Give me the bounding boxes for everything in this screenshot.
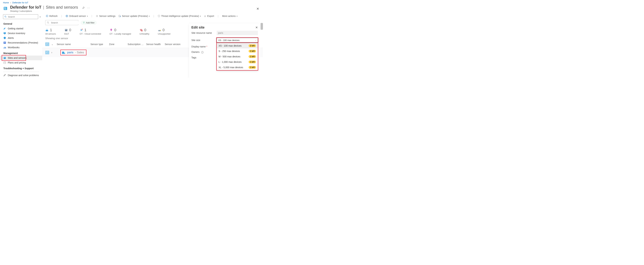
svg-point-27 — [47, 22, 48, 23]
label-resource-name: Site resource name — [192, 32, 217, 34]
chevron-right-icon[interactable]: › — [51, 51, 55, 54]
search-icon — [47, 22, 49, 24]
toolbar: Refresh | Onboard sensor ▾ | Sensor sett… — [42, 13, 263, 19]
svg-point-37 — [64, 53, 65, 54]
svg-rect-12 — [4, 48, 4, 48]
breadcrumb-current[interactable]: Defender for IoT — [12, 1, 28, 4]
main-search[interactable] — [45, 20, 78, 25]
collapse-sidebar-icon[interactable]: « — [40, 15, 41, 18]
sidebar-item-label: Recommendations (Preview) — [8, 41, 38, 44]
size-option-m[interactable]: M - 500 max devices 1 left — [217, 54, 258, 59]
more-actions-button[interactable]: More actions ▾ — [222, 14, 238, 18]
breadcrumb-home[interactable]: Home — [3, 1, 9, 4]
download-icon — [204, 15, 206, 17]
column-version[interactable]: Sensor version — [165, 43, 183, 46]
refresh-button[interactable]: Refresh — [45, 14, 58, 18]
sidebar-item-getting-started[interactable]: Getting started — [0, 26, 42, 31]
select-all-checkbox[interactable] — [45, 42, 49, 46]
ti-update-button[interactable]: Threat intelligence update (Preview) ▾ — [157, 14, 202, 18]
option-badge: 1 left — [248, 60, 256, 63]
svg-rect-18 — [4, 62, 6, 64]
sidebar-item-workbooks[interactable]: Workbooks — [0, 45, 42, 50]
chevron-down-icon[interactable]: ⌄ — [51, 43, 55, 46]
row-checkbox[interactable] — [45, 51, 49, 54]
defender-iot-icon — [3, 6, 8, 11]
stat-ot-local[interactable]: 0 OT - Locally managed — [110, 28, 131, 35]
site-size-select[interactable]: XS - 100 max devices ⌄ — [217, 38, 258, 42]
scrollbar-thumb[interactable] — [260, 23, 263, 30]
svg-point-23 — [97, 16, 98, 16]
pin-icon[interactable] — [82, 6, 85, 9]
add-filter-button[interactable]: Add filter — [81, 20, 97, 25]
onboard-sensor-button[interactable]: Onboard sensor ▾ — [65, 14, 88, 18]
size-option-xs[interactable]: XS - 100 max devices 2 left — [217, 43, 258, 48]
option-label: S - 250 max devices — [218, 50, 240, 52]
sidebar-section-troubleshoot: Troubleshooting + Support — [0, 65, 42, 71]
svg-rect-29 — [46, 30, 48, 31]
page-subtitle: Sites and sensors — [46, 5, 78, 10]
page-title: Defender for IoT — [10, 5, 41, 10]
option-label: XS - 100 max devices — [218, 44, 242, 47]
stat-eiot[interactable]: 0 EIoT — [64, 28, 71, 35]
sensor-update-button[interactable]: Sensor update (Preview) ▾ — [118, 14, 150, 18]
wrench-icon — [4, 74, 6, 77]
site-subname: - Sales — [75, 51, 84, 54]
svg-rect-1 — [4, 8, 5, 8]
more-icon[interactable]: ··· — [87, 6, 90, 9]
export-button[interactable]: Export — [203, 14, 215, 18]
svg-rect-31 — [65, 29, 66, 30]
sidebar: « General Getting started Device invento… — [0, 13, 42, 78]
stat-all-sensors[interactable]: 1 All sensors — [45, 28, 56, 35]
chevron-right-icon: › — [10, 1, 11, 4]
column-sensor-name[interactable]: Sensor name — [57, 43, 90, 46]
column-subscription[interactable]: Subscription … — [128, 43, 146, 46]
edit-site-panel: Edit site ✕ Site resource name paris Sit… — [189, 23, 260, 78]
size-option-l[interactable]: L - 1,000 max devices 1 left — [217, 59, 258, 65]
sensor-settings-button[interactable]: Sensor settings — [95, 14, 116, 18]
option-label: M - 500 max devices — [218, 55, 240, 58]
svg-rect-2 — [6, 8, 6, 8]
stat-value: 1 — [50, 28, 52, 32]
toolbar-label: Sensor settings — [99, 15, 116, 18]
sidebar-item-alerts[interactable]: Alerts — [0, 36, 42, 40]
sidebar-section-management: Management — [0, 50, 42, 56]
required-marker: * — [206, 45, 207, 48]
info-icon[interactable]: i — [201, 51, 204, 54]
stat-value: 0 — [162, 28, 164, 32]
svg-rect-0 — [4, 7, 7, 10]
column-zone[interactable]: Zone — [109, 43, 128, 46]
stat-unsupported[interactable]: 0 Unsupported — [158, 28, 170, 35]
sidebar-item-plans-pricing[interactable]: Plans and pricing — [0, 60, 42, 65]
refresh-icon — [46, 15, 48, 17]
sidebar-item-label: Plans and pricing — [8, 61, 26, 64]
sidebar-search[interactable] — [3, 14, 38, 19]
toolbar-label: Sensor update (Preview) — [122, 15, 148, 18]
heart-error-icon — [140, 28, 143, 32]
sidebar-search-input[interactable] — [8, 15, 36, 18]
device-icon — [4, 32, 6, 34]
divider — [3, 72, 39, 72]
stat-ot-cloud[interactable]: 1 OT - Cloud connected — [80, 28, 101, 35]
close-icon[interactable]: ✕ — [256, 7, 259, 11]
label-text: Owners — [192, 51, 200, 53]
add-filter-label: Add filter — [86, 22, 94, 24]
svg-rect-30 — [65, 29, 67, 31]
size-option-xl[interactable]: XL - 5,000 max devices 1 left — [217, 65, 258, 70]
svg-point-24 — [96, 15, 98, 17]
size-option-s[interactable]: S - 250 max devices 1 left — [217, 48, 258, 54]
main-search-input[interactable] — [51, 21, 80, 24]
column-health[interactable]: Sensor health — [146, 43, 165, 46]
stat-unhealthy[interactable]: 0 Unhealthy — [140, 28, 149, 35]
sidebar-item-recommendations[interactable]: Recommendations (Preview) — [0, 40, 42, 45]
column-sensor-type[interactable]: Sensor type — [90, 43, 109, 46]
sidebar-item-device-inventory[interactable]: Device inventory — [0, 31, 42, 36]
site-name-cell[interactable]: paris - Sales — [61, 50, 86, 55]
label-site-size: Site size — [192, 39, 217, 42]
page-subtext: Showing 2 subscriptions — [10, 10, 90, 12]
page-refresh-icon — [118, 15, 121, 17]
sidebar-item-diagnose[interactable]: Diagnose and solve problems — [0, 73, 42, 78]
rocket-icon — [4, 27, 6, 30]
close-icon[interactable]: ✕ — [255, 26, 258, 29]
toolbar-label: Threat intelligence update (Preview) — [161, 15, 199, 18]
svg-rect-11 — [4, 43, 6, 43]
